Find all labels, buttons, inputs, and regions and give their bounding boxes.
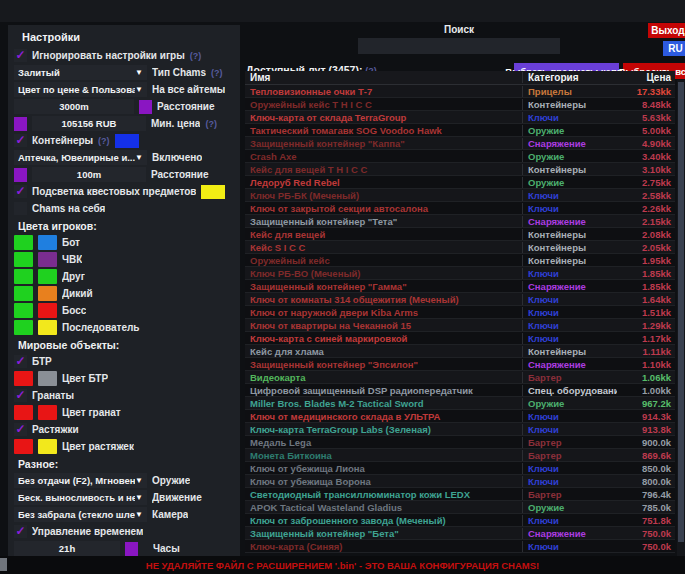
loot-row[interactable]: Оружейный кейс Т Н I С СКонтейнеры8.48kk [245, 98, 675, 111]
loot-row[interactable]: Кейс для хламаКонтейнеры1.11kk [245, 345, 675, 358]
player-color-swatch-2[interactable] [38, 286, 57, 301]
loot-row[interactable]: Кейс S I C CКонтейнеры2.05kk [245, 241, 675, 254]
loot-row[interactable]: Ключ-карта от склада TerraGroupКлючи5.63… [245, 111, 675, 124]
loot-row[interactable]: Монета БиткоинаБартер869.6k [245, 449, 675, 462]
containers-color-swatch[interactable] [115, 134, 139, 148]
loot-row[interactable]: Цифровой защищенный DSP радиопередатчикС… [245, 384, 675, 397]
column-category[interactable]: Категория [522, 72, 617, 83]
loot-row[interactable]: Ключ от медицинского склада в УЛЬТРАКлюч… [245, 410, 675, 423]
loot-row[interactable]: Ключ-карта (Синяя)Ключи750.0k [245, 540, 675, 553]
column-price[interactable]: Цена [617, 72, 675, 83]
item-price: 5.63kk [617, 112, 675, 123]
loot-row[interactable]: Ключ от заброшенного завода (Меченый)Клю… [245, 514, 675, 527]
loot-row[interactable]: Защищенный контейнер "Бета"Снаряжение750… [245, 527, 675, 540]
player-color-swatch-1[interactable] [14, 320, 33, 335]
player-color-swatch-2[interactable] [38, 252, 57, 267]
checkbox-checked-icon[interactable]: ✓ [14, 525, 27, 538]
camera-dropdown[interactable]: Без забрала (стекло шлема) ▼ [14, 507, 147, 522]
language-button[interactable]: RU [663, 41, 685, 56]
player-color-swatch-1[interactable] [14, 269, 33, 284]
hours-input[interactable]: 21h [14, 541, 120, 556]
loot-row[interactable]: Ключ-карта с синей маркировкойКлючи1.17k… [245, 332, 675, 345]
movement-dropdown[interactable]: Беск. выносливость и нет уста ▼ [14, 490, 147, 505]
checkbox-checked-icon[interactable]: ✓ [14, 185, 27, 198]
player-color-label: Босс [62, 305, 86, 316]
exit-button[interactable]: Выход [648, 23, 685, 38]
loot-row[interactable]: Защищенный контейнер "Эпсилон"Снаряжение… [245, 358, 675, 371]
world-color-swatch-1[interactable] [14, 371, 33, 386]
checkbox-checked-icon[interactable]: ✓ [14, 355, 27, 368]
checkbox-checked-icon[interactable]: ✓ [14, 389, 27, 402]
checkbox-unchecked-icon[interactable] [14, 202, 27, 215]
scrollbar-track[interactable] [677, 80, 685, 556]
world-color-swatch-1[interactable] [14, 439, 33, 454]
distance2-input[interactable]: 100m [32, 167, 146, 182]
loot-row[interactable]: Тактический томагавк SOG Voodoo HawkОруж… [245, 124, 675, 137]
distance2-color-swatch[interactable] [14, 168, 27, 182]
loot-row[interactable]: Ключ РБ-ВО (Меченый)Ключи1.85kk [245, 267, 675, 280]
category-filter-dropdown[interactable]: Аптечка, Ювелирные и... ▼ [14, 150, 147, 165]
color-mode-dropdown[interactable]: Цвет по цене & Пользователь ▼ [14, 82, 147, 97]
column-name[interactable]: Имя [245, 72, 522, 83]
world-color-swatch-2[interactable] [38, 371, 57, 386]
world-color-swatch-2[interactable] [38, 405, 57, 420]
distance-input[interactable]: 3000m [14, 99, 134, 114]
loot-row[interactable]: Защищенный контейнер "Гамма"Снаряжение1.… [245, 280, 675, 293]
distance-color-swatch[interactable] [139, 100, 152, 114]
item-price: 2.08kk [617, 229, 675, 240]
title-bar[interactable] [0, 0, 685, 22]
loot-row[interactable]: Кейс для вещей Т Н I С СКонтейнеры3.10kk [245, 163, 675, 176]
min-price-color-swatch[interactable] [14, 117, 27, 131]
weapon-dropdown[interactable]: Без отдачи (F2), Мгновенное п ▼ [14, 473, 147, 488]
chams-type-dropdown[interactable]: Залитый ▼ [14, 65, 147, 80]
player-color-swatch-1[interactable] [14, 286, 33, 301]
loot-row[interactable]: ВидеокартаБартер1.06kk [245, 371, 675, 384]
resize-handle[interactable] [0, 558, 7, 571]
loot-row[interactable]: Ключ от наружной двери Kiba ArmsКлючи1.5… [245, 306, 675, 319]
player-color-swatch-2[interactable] [38, 320, 57, 335]
loot-row[interactable]: Ключ от квартиры на Чеканной 15Ключи1.29… [245, 319, 675, 332]
world-color-swatch-2[interactable] [38, 439, 57, 454]
help-icon[interactable]: (?) [190, 51, 202, 61]
loot-row[interactable]: Медаль LegaБартер900.0k [245, 436, 675, 449]
player-color-swatch-1[interactable] [14, 252, 33, 267]
loot-row[interactable]: Кейс для вещейКонтейнеры2.08kk [245, 228, 675, 241]
world-color-swatch-1[interactable] [14, 405, 33, 420]
loot-row[interactable]: Защищенный контейнер "Тета"Снаряжение2.1… [245, 215, 675, 228]
world-object-color-row: Цвет растяжек [10, 438, 236, 455]
loot-row[interactable]: Miller Bros. Blades M-2 Tactical SwordОр… [245, 397, 675, 410]
loot-row[interactable]: Crash AxeОружие3.40kk [245, 150, 675, 163]
min-price-input[interactable]: 105156 RUB [32, 116, 146, 131]
loot-row[interactable]: Светодиодный трансиллюминатор кожи LEDXБ… [245, 488, 675, 501]
help-icon[interactable]: (?) [98, 136, 110, 146]
player-color-swatch-2[interactable] [38, 269, 57, 284]
loot-row[interactable]: Ключ от закрытой секции автосалонаКлючи2… [245, 202, 675, 215]
loot-row[interactable]: Ключ РБ-БК (Меченый)Ключи2.58kk [245, 189, 675, 202]
item-name: Кейс для вещей Т Н I С С [245, 164, 522, 175]
player-color-row: Бот [10, 234, 236, 251]
checkbox-checked-icon[interactable]: ✓ [14, 134, 27, 147]
loot-row[interactable]: Ледоруб Red RebelОружие2.75kk [245, 176, 675, 189]
hours-color-swatch[interactable] [125, 542, 138, 556]
loot-row[interactable]: APOK Tactical Wasteland GladiusОружие785… [245, 501, 675, 514]
scrollbar-thumb[interactable] [678, 82, 684, 542]
checkbox-checked-icon[interactable]: ✓ [14, 49, 27, 62]
loot-row[interactable]: Тепловизионные очки Т-7Прицелы17.33kk [245, 85, 675, 98]
loot-row[interactable]: Ключ от убежища ЛионаКлючи850.0k [245, 462, 675, 475]
player-color-swatch-1[interactable] [14, 303, 33, 318]
search-input[interactable] [358, 38, 560, 54]
loot-row[interactable]: Ключ от убежища ВоронаКлючи800.0k [245, 475, 675, 488]
checkbox-checked-icon[interactable]: ✓ [14, 423, 27, 436]
loot-row[interactable]: Ключ от комнаты 314 общежития (Меченый)К… [245, 293, 675, 306]
item-category: Бартер [522, 450, 617, 461]
loot-row[interactable]: Ключ-карта TerraGroup Labs (Зеленая)Ключ… [245, 423, 675, 436]
item-name: Видеокарта [245, 372, 522, 383]
player-color-swatch-2[interactable] [38, 303, 57, 318]
loot-row[interactable]: Защищенный контейнер "Каппа"Снаряжение4.… [245, 137, 675, 150]
help-icon[interactable]: (?) [205, 119, 217, 129]
player-color-swatch-2[interactable] [38, 235, 57, 250]
loot-row[interactable]: Оружейный кейсКонтейнеры1.95kk [245, 254, 675, 267]
help-icon[interactable]: (?) [211, 68, 223, 78]
quest-highlight-color-swatch[interactable] [201, 185, 225, 199]
player-color-swatch-1[interactable] [14, 235, 33, 250]
